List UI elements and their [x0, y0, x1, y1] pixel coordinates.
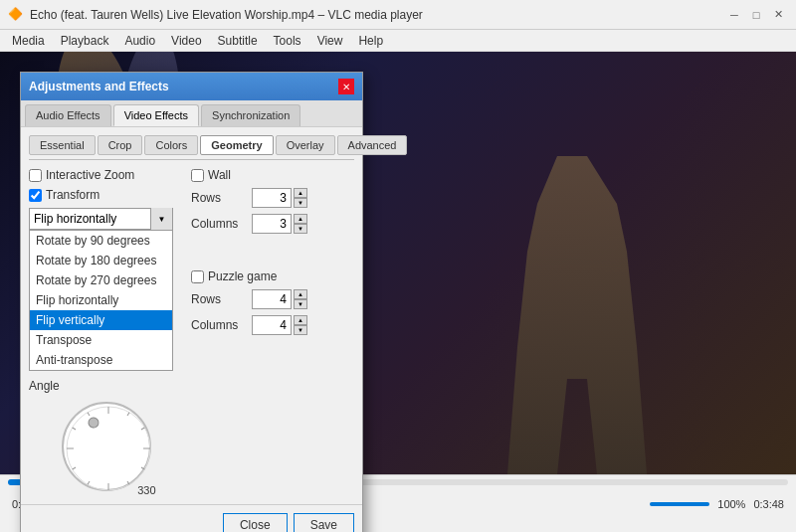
puzzle-columns-spinbox-buttons: ▲ ▼ — [294, 315, 307, 335]
puzzle-rows-up-button[interactable]: ▲ — [294, 289, 307, 299]
transform-row: Transform — [29, 188, 183, 202]
puzzle-columns-up-button[interactable]: ▲ — [294, 315, 307, 325]
puzzle-rows-label: Rows — [191, 292, 246, 306]
puzzle-columns-label: Columns — [191, 318, 246, 332]
volume-label: 100% — [717, 498, 745, 510]
maximize-button[interactable]: □ — [746, 5, 766, 25]
svg-line-8 — [88, 481, 90, 484]
angle-value: 330 — [137, 484, 155, 496]
tab-video-effects[interactable]: Video Effects — [113, 104, 199, 126]
section-divider — [191, 242, 354, 262]
dropdown-option-3[interactable]: Flip horizontally — [30, 290, 172, 310]
svg-point-13 — [87, 416, 100, 430]
transform-label: Transform — [46, 188, 100, 202]
svg-point-0 — [67, 407, 150, 490]
tab-audio-effects[interactable]: Audio Effects — [25, 104, 111, 126]
dialog-content: Essential Crop Colors Geometry Overlay A… — [21, 127, 362, 504]
close-button[interactable]: Close — [223, 513, 288, 532]
wall-columns-down-button[interactable]: ▼ — [294, 224, 307, 234]
svg-line-6 — [127, 481, 129, 484]
minimize-button[interactable]: ─ — [724, 5, 744, 25]
volume-slider[interactable] — [650, 502, 709, 506]
volume-fill — [650, 502, 709, 506]
wall-rows-spinbox-buttons: ▲ ▼ — [294, 188, 307, 208]
dropdown-arrow-icon: ▼ — [150, 208, 172, 230]
transform-checkbox[interactable] — [29, 189, 42, 202]
dialog-close-x-button[interactable]: ✕ — [338, 79, 354, 94]
dropdown-option-0[interactable]: Rotate by 90 degrees — [30, 231, 172, 251]
transform-dropdown-header[interactable]: Flip horizontally ▼ — [29, 208, 173, 230]
title-bar: 🔶 Echo (feat. Tauren Wells) Live Elevati… — [0, 0, 796, 30]
dialog-title-bar: Adjustments and Effects ✕ — [21, 73, 362, 100]
puzzle-columns-input[interactable]: 4 — [252, 315, 292, 335]
svg-line-12 — [88, 413, 90, 416]
subtab-crop[interactable]: Crop — [98, 135, 143, 155]
menu-media[interactable]: Media — [4, 30, 53, 52]
subtab-colors[interactable]: Colors — [144, 135, 198, 155]
puzzle-columns-down-button[interactable]: ▼ — [294, 325, 307, 335]
sub-tabs: Essential Crop Colors Geometry Overlay A… — [29, 135, 354, 160]
puzzle-rows-row: Rows 4 ▲ ▼ — [191, 289, 354, 309]
angle-label: Angle — [29, 379, 183, 393]
wall-checkbox-row: Wall — [191, 168, 354, 182]
puzzle-rows-down-button[interactable]: ▼ — [294, 299, 307, 309]
save-button[interactable]: Save — [294, 513, 354, 532]
wall-rows-spinbox: 3 ▲ ▼ — [252, 188, 307, 208]
subtab-overlay[interactable]: Overlay — [276, 135, 335, 155]
puzzle-game-label: Puzzle game — [208, 269, 277, 283]
dropdown-option-1[interactable]: Rotate by 180 degrees — [30, 251, 172, 270]
interactive-zoom-checkbox[interactable] — [29, 169, 42, 182]
dropdown-option-5[interactable]: Transpose — [30, 330, 172, 350]
window-controls: ─ □ ✕ — [724, 5, 788, 25]
wall-label: Wall — [208, 168, 231, 182]
window-title: Echo (feat. Tauren Wells) Live Elevation… — [30, 8, 724, 22]
menu-subtitle[interactable]: Subtitle — [210, 30, 266, 52]
dial-ticks-svg — [64, 404, 153, 493]
angle-dial-circle[interactable] — [62, 402, 151, 491]
wall-rows-down-button[interactable]: ▼ — [294, 198, 307, 208]
svg-line-5 — [140, 467, 143, 469]
dialog-buttons: Close Save — [21, 504, 362, 532]
puzzle-columns-spinbox: 4 ▲ ▼ — [252, 315, 307, 335]
wall-rows-up-button[interactable]: ▲ — [294, 188, 307, 198]
geometry-content: Interactive Zoom Transform Flip horizont… — [29, 168, 354, 496]
time-right: 0:3:48 — [753, 498, 784, 510]
tab-synchronization[interactable]: Synchronization — [201, 104, 300, 126]
wall-checkbox[interactable] — [191, 169, 204, 182]
adjustments-effects-dialog: Adjustments and Effects ✕ Audio Effects … — [20, 72, 363, 532]
puzzle-columns-row: Columns 4 ▲ ▼ — [191, 315, 354, 335]
subtab-essential[interactable]: Essential — [29, 135, 96, 155]
dialog-overlay: Adjustments and Effects ✕ Audio Effects … — [0, 52, 796, 474]
svg-line-2 — [127, 413, 129, 416]
menu-video[interactable]: Video — [163, 30, 209, 52]
transform-dropdown-list: Rotate by 90 degrees Rotate by 180 degre… — [29, 230, 173, 371]
dropdown-option-6[interactable]: Anti-transpose — [30, 350, 172, 370]
wall-columns-input[interactable]: 3 — [252, 214, 292, 234]
wall-rows-row: Rows 3 ▲ ▼ — [191, 188, 354, 208]
svg-line-3 — [140, 428, 143, 430]
angle-section: Angle — [29, 379, 183, 496]
dropdown-option-4[interactable]: Flip vertically — [30, 310, 172, 330]
puzzle-game-checkbox[interactable] — [191, 270, 204, 283]
menu-audio[interactable]: Audio — [116, 30, 163, 52]
wall-rows-label: Rows — [191, 191, 246, 205]
subtab-geometry[interactable]: Geometry — [200, 135, 273, 155]
menu-playback[interactable]: Playback — [53, 30, 117, 52]
wall-columns-row: Columns 3 ▲ ▼ — [191, 214, 354, 234]
angle-dial-container: 330 — [57, 397, 156, 496]
interactive-zoom-row: Interactive Zoom — [29, 168, 183, 182]
svg-line-11 — [72, 428, 75, 430]
vlc-icon: 🔶 — [8, 7, 24, 23]
wall-columns-up-button[interactable]: ▲ — [294, 214, 307, 224]
menu-tools[interactable]: Tools — [266, 30, 309, 52]
dropdown-option-2[interactable]: Rotate by 270 degrees — [30, 270, 172, 290]
menu-help[interactable]: Help — [350, 30, 391, 52]
wall-rows-input[interactable]: 3 — [252, 188, 292, 208]
puzzle-rows-input[interactable]: 4 — [252, 289, 292, 309]
dialog-title: Adjustments and Effects — [29, 80, 169, 93]
puzzle-game-checkbox-row: Puzzle game — [191, 269, 354, 283]
menu-view[interactable]: View — [309, 30, 351, 52]
transform-dropdown-container: Flip horizontally ▼ Rotate by 90 degrees… — [29, 208, 183, 371]
window-close-button[interactable]: ✕ — [768, 5, 788, 25]
subtab-advanced[interactable]: Advanced — [337, 135, 408, 155]
